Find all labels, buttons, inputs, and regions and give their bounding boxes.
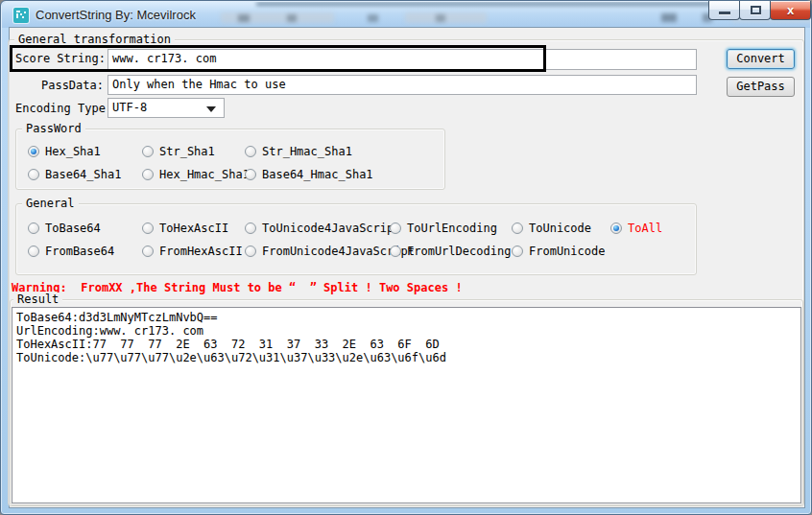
aero-reflection [661, 13, 677, 22]
radio-icon [390, 246, 401, 257]
app-window: ConvertString By: Mcevilrock x General t… [0, 0, 812, 515]
radio-base64-hmac-sha1[interactable]: Base64_Hmac_Sha1 [245, 168, 373, 181]
chevron-down-icon [206, 106, 216, 112]
result-line: ToHexAscII:77 77 77 2E 63 72 31 37 33 2E… [16, 338, 797, 351]
score-string-label: Score String: [15, 52, 104, 65]
encoding-type-label: Encoding Type: [15, 102, 104, 115]
minimize-button[interactable] [708, 1, 740, 20]
radio-icon [142, 169, 154, 180]
general-groupbox: General ToBase64 ToHexAscII ToUnicode4Ja… [15, 203, 697, 275]
general-group-label: General [22, 197, 79, 210]
aero-reflection [405, 12, 487, 23]
radio-str-sha1[interactable]: Str_Sha1 [142, 145, 215, 158]
aero-reflection [436, 14, 445, 22]
radio-tobase64[interactable]: ToBase64 [28, 222, 101, 235]
convert-button[interactable]: Convert [727, 49, 795, 69]
warning-text: Warning: FromXX ,The String Must to be “… [12, 281, 463, 294]
radio-icon [28, 169, 39, 180]
close-button[interactable]: x [770, 1, 811, 20]
close-icon: x [771, 3, 810, 17]
getpass-button[interactable]: GetPass [727, 77, 795, 97]
aero-reflection [368, 14, 378, 22]
radio-fromhexascii[interactable]: FromHexAscII [142, 245, 243, 258]
radio-toall[interactable]: ToAll [610, 222, 662, 235]
radio-tohexascii[interactable]: ToHexAscII [142, 222, 228, 235]
app-icon [13, 8, 29, 23]
aero-reflection [238, 14, 250, 22]
radio-icon [610, 222, 622, 234]
radio-tourlencoding[interactable]: ToUrlEncoding [390, 222, 497, 235]
title-bar[interactable]: ConvertString By: Mcevilrock [2, 2, 810, 28]
radio-hex-sha1[interactable]: Hex_Sha1 [28, 145, 101, 158]
radio-icon [28, 146, 39, 157]
radio-icon [28, 222, 39, 234]
radio-str-hmac-sha1[interactable]: Str_Hmac_Sha1 [245, 145, 352, 158]
radio-icon [512, 246, 523, 257]
radio-icon [245, 222, 256, 234]
encoding-type-value: UTF-8 [112, 101, 147, 114]
radio-icon [28, 246, 39, 257]
aero-reflection [221, 12, 334, 23]
radio-icon [245, 146, 256, 157]
minimize-icon [719, 12, 730, 14]
result-line: ToBase64:d3d3LmNyMTczLmNvbQ== [16, 311, 797, 324]
score-string-input[interactable]: www. cr173. com [107, 49, 697, 70]
radio-base64-sha1[interactable]: Base64_Sha1 [28, 168, 121, 181]
result-line: ToUnicode:\u77\u77\u77\u2e\u63\u72\u31\u… [16, 351, 797, 364]
result-group-label: Result [13, 293, 62, 306]
radio-icon [245, 246, 256, 257]
radio-icon [390, 222, 401, 234]
radio-tounicode[interactable]: ToUnicode [512, 222, 591, 235]
maximize-button[interactable] [739, 1, 771, 20]
password-group-label: PassWord [22, 122, 85, 135]
result-output[interactable]: ToBase64:d3d3LmNyMTczLmNvbQ== UrlEncodin… [12, 307, 801, 503]
radio-icon [142, 146, 154, 157]
general-transformation-label: General transformation [14, 33, 175, 46]
radio-fromurldecoding[interactable]: FromUrlDecoding [390, 245, 511, 258]
window-title: ConvertString By: Mcevilrock [36, 8, 196, 22]
maximize-icon [751, 6, 761, 14]
radio-icon [245, 169, 256, 180]
aero-reflection [287, 14, 297, 22]
radio-icon [512, 222, 523, 234]
password-groupbox: PassWord Hex_Sha1 Str_Sha1 Str_Hmac_Sha1… [15, 129, 445, 190]
result-line: UrlEncoding:www. cr173. com [16, 324, 797, 338]
radio-tounicode4javascript[interactable]: ToUnicode4JavaScript [245, 222, 401, 235]
encoding-type-combobox[interactable]: UTF-8 [107, 98, 225, 118]
client-area: General transformation Score String: www… [9, 27, 805, 508]
passdata-input[interactable]: Only when the Hmac to use [107, 75, 697, 95]
result-groupbox: Result ToBase64:d3d3LmNyMTczLmNvbQ== Url… [10, 299, 803, 505]
radio-icon [142, 222, 154, 234]
passdata-label: PassData: [15, 79, 104, 92]
radio-frombase64[interactable]: FromBase64 [28, 245, 114, 258]
radio-fromunicode[interactable]: FromUnicode [512, 245, 605, 258]
radio-icon [142, 246, 154, 257]
screenshot-root: ConvertString By: Mcevilrock x General t… [0, 0, 812, 515]
radio-hex-hmac-sha1[interactable]: Hex_Hmac_Sha1 [142, 168, 250, 181]
